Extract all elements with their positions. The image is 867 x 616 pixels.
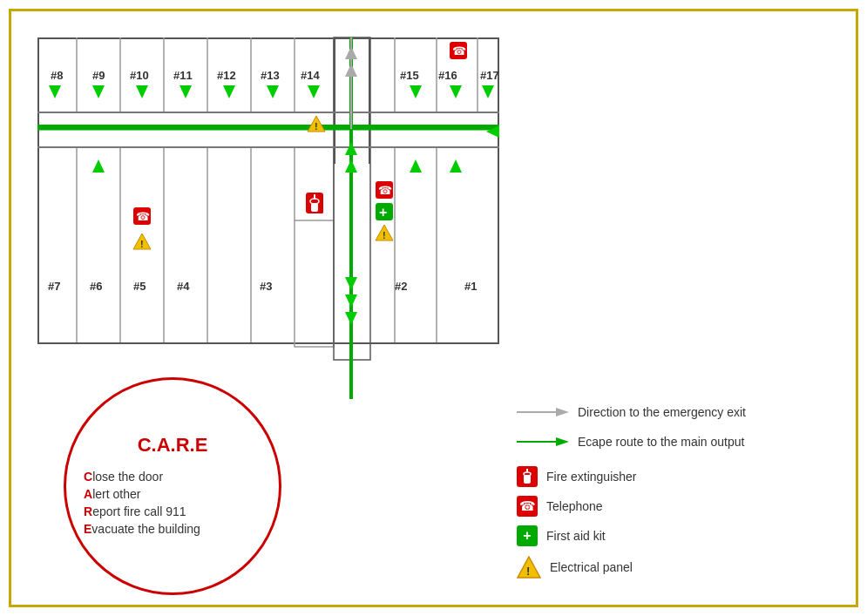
svg-rect-82 bbox=[311, 203, 318, 212]
fire-ext-svg bbox=[520, 468, 534, 485]
svg-rect-24 bbox=[295, 220, 334, 347]
svg-marker-54 bbox=[345, 277, 357, 290]
electrical-label: Electrical panel bbox=[550, 560, 633, 574]
electrical-svg: ! bbox=[517, 556, 541, 579]
svg-text:!: ! bbox=[526, 565, 530, 578]
care-item-r: Report fire call 911 bbox=[84, 504, 261, 518]
svg-marker-46 bbox=[410, 85, 422, 98]
svg-rect-32 bbox=[37, 112, 499, 113]
svg-marker-40 bbox=[179, 85, 192, 98]
svg-text:#3: #3 bbox=[260, 280, 272, 293]
svg-marker-37 bbox=[49, 85, 61, 98]
svg-rect-103 bbox=[524, 475, 531, 484]
svg-rect-1 bbox=[37, 342, 499, 344]
svg-text:!: ! bbox=[315, 121, 318, 132]
green-arrow-label: Ecape route to the main output bbox=[578, 435, 744, 449]
svg-text:#12: #12 bbox=[217, 69, 236, 82]
svg-text:#8: #8 bbox=[51, 69, 63, 82]
care-item-a: Alert other bbox=[84, 487, 261, 501]
svg-text:#16: #16 bbox=[438, 69, 457, 82]
telephone-label: Telephone bbox=[546, 499, 603, 513]
svg-text:#14: #14 bbox=[301, 69, 320, 82]
svg-text:☎: ☎ bbox=[452, 44, 466, 58]
svg-text:+: + bbox=[379, 205, 387, 220]
care-item-c: Close the door bbox=[84, 470, 261, 484]
svg-marker-41 bbox=[223, 85, 235, 98]
svg-marker-53 bbox=[450, 159, 462, 173]
electrical-icon: ! bbox=[517, 555, 541, 579]
svg-text:#17: #17 bbox=[480, 69, 499, 82]
svg-text:#2: #2 bbox=[395, 280, 407, 293]
svg-text:#11: #11 bbox=[173, 69, 193, 82]
svg-text:☎: ☎ bbox=[136, 210, 150, 223]
svg-rect-0 bbox=[37, 37, 499, 39]
care-letter-r: R bbox=[84, 504, 92, 518]
svg-text:#10: #10 bbox=[130, 69, 149, 82]
care-letter-c: C bbox=[84, 470, 92, 484]
svg-marker-43 bbox=[308, 85, 320, 98]
svg-text:#6: #6 bbox=[90, 280, 102, 293]
svg-marker-56 bbox=[345, 312, 357, 325]
care-title: C.A.R.E bbox=[138, 434, 208, 457]
svg-marker-49 bbox=[92, 159, 105, 173]
svg-rect-2 bbox=[37, 37, 39, 342]
care-item-e: Evacuate the building bbox=[84, 522, 261, 536]
svg-marker-47 bbox=[450, 85, 462, 98]
svg-text:☎: ☎ bbox=[378, 184, 392, 197]
svg-marker-39 bbox=[136, 85, 148, 98]
svg-text:#5: #5 bbox=[133, 280, 146, 293]
care-circle: C.A.R.E Close the door Alert other Repor… bbox=[64, 377, 281, 595]
legend-item-green-arrow: Ecape route to the main output bbox=[517, 433, 857, 450]
svg-marker-52 bbox=[410, 159, 422, 173]
legend-item-fire-ext: Fire extinguisher bbox=[517, 466, 857, 487]
svg-text:#4: #4 bbox=[177, 280, 190, 293]
svg-text:#1: #1 bbox=[464, 280, 477, 293]
floor-plan-svg: #8 #9 #10 #11 #12 #13 #14 #15 #16 #17 #7… bbox=[20, 20, 512, 399]
legend-item-electrical: ! Electrical panel bbox=[517, 555, 857, 579]
gray-arrow-label: Direction to the emergency exit bbox=[578, 405, 746, 419]
fire-ext-label: Fire extinguisher bbox=[546, 470, 637, 484]
svg-marker-38 bbox=[92, 85, 105, 98]
svg-marker-44 bbox=[345, 64, 357, 77]
svg-marker-45 bbox=[345, 46, 357, 59]
svg-rect-3 bbox=[498, 37, 499, 342]
svg-rect-33 bbox=[37, 146, 499, 148]
outer-border: #8 #9 #10 #11 #12 #13 #14 #15 #16 #17 #7… bbox=[9, 9, 858, 607]
legend-item-telephone: ☎ Telephone bbox=[517, 496, 857, 517]
svg-text:#9: #9 bbox=[92, 69, 105, 82]
svg-text:!: ! bbox=[383, 230, 386, 240]
gray-arrow-svg bbox=[517, 403, 569, 421]
svg-rect-30 bbox=[37, 125, 499, 128]
legend: Direction to the emergency exit Ecape ro… bbox=[517, 403, 857, 590]
svg-text:#13: #13 bbox=[261, 69, 280, 82]
fire-ext-icon bbox=[517, 466, 538, 487]
telephone-icon: ☎ bbox=[517, 496, 538, 517]
care-letter-a: A bbox=[84, 487, 92, 501]
firstaid-icon: + bbox=[517, 525, 538, 546]
green-arrow-svg bbox=[517, 433, 569, 450]
svg-text:#7: #7 bbox=[48, 280, 60, 293]
care-letter-e: E bbox=[84, 522, 91, 536]
svg-marker-42 bbox=[267, 85, 279, 98]
svg-marker-48 bbox=[482, 85, 494, 98]
svg-marker-100 bbox=[556, 437, 569, 446]
legend-item-gray-arrow: Direction to the emergency exit bbox=[517, 403, 857, 421]
firstaid-label: First aid kit bbox=[546, 529, 606, 543]
svg-text:!: ! bbox=[140, 239, 144, 249]
svg-marker-55 bbox=[345, 294, 357, 308]
svg-marker-51 bbox=[345, 159, 357, 173]
svg-text:#15: #15 bbox=[400, 69, 419, 82]
svg-marker-50 bbox=[345, 142, 357, 155]
legend-item-firstaid: + First aid kit bbox=[517, 525, 857, 546]
svg-marker-98 bbox=[556, 408, 569, 416]
